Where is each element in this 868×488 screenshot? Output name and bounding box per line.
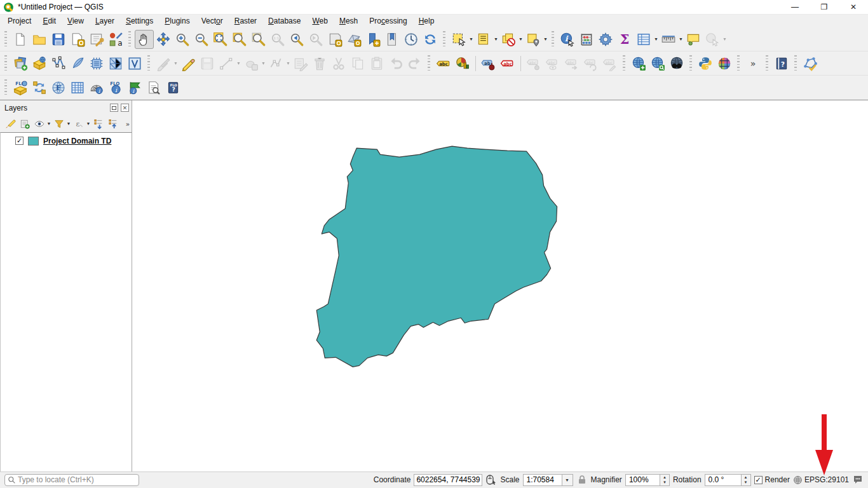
crs-status[interactable]: EPSG:29101 [793,475,849,485]
show-layout-manager-button[interactable] [87,30,106,49]
new-shapefile-layer-button[interactable] [49,54,68,73]
panel-close-button[interactable]: ✕ [121,104,129,112]
flo2d-tables-button[interactable] [68,78,87,97]
identify-features-button[interactable]: i [558,30,577,49]
measure-line-button[interactable] [659,30,678,49]
zoom-full-button[interactable] [211,30,230,49]
menu-raster[interactable]: Raster [229,15,262,27]
messages-icon[interactable] [852,474,864,485]
scale-dropdown-button[interactable]: ▼ [562,474,573,486]
flo2d-info-tool-button[interactable]: FLOi [106,78,125,97]
new-map-view-button[interactable] [325,30,344,49]
lock-scale-icon[interactable] [576,474,588,485]
rotation-up-button[interactable]: ▲ [742,475,750,480]
zoom-to-selection-button[interactable] [230,30,249,49]
coordinate-input[interactable] [414,475,482,484]
rotation-input[interactable] [709,475,741,484]
open-attribute-table-dropdown[interactable]: ▼ [653,30,659,49]
rotation-spinner[interactable]: ▲▼ [705,474,751,486]
filter-by-expression-dropdown[interactable]: ▼ [86,114,91,133]
magnifier-up-button[interactable]: ▲ [660,475,669,480]
new-spatial-bookmark-button[interactable] [363,30,383,49]
new-temporary-scratch-layer-button[interactable] [87,54,106,73]
toolbar-grip[interactable] [737,55,740,72]
toolbar-grip[interactable] [689,55,692,72]
toolbar-grip[interactable] [766,55,768,72]
select-by-location-dropdown[interactable]: ▼ [543,30,548,49]
toggle-editing-button[interactable] [179,54,198,73]
zoom-in-button[interactable] [173,30,192,49]
toolbar-grip[interactable] [4,79,7,96]
highlight-pinned-labels-button[interactable]: abc [498,54,517,73]
toolbar-grip[interactable] [128,31,131,48]
zoom-to-layer-button[interactable] [249,30,268,49]
layer-label[interactable]: Project Domain TD [43,137,111,146]
search-layers-button[interactable] [667,54,686,73]
layer-diagram-options-button[interactable] [453,54,472,73]
project-domain-polygon[interactable] [316,146,557,367]
data-source-manager-button[interactable] [11,54,30,73]
restore-button[interactable]: ❐ [810,0,839,14]
menu-help[interactable]: Help [413,15,440,27]
osm-place-search-button[interactable] [715,54,734,73]
help-contents-button[interactable]: ? [772,54,791,73]
select-features-by-value-dropdown[interactable]: ▼ [493,30,499,49]
save-project-button[interactable] [49,30,68,49]
processing-toolbox-button[interactable] [596,30,615,49]
toolbar-grip[interactable] [443,31,445,48]
extents-toggle-icon[interactable] [485,474,497,485]
deselect-features-button[interactable] [499,30,518,49]
statistical-summary-button[interactable]: Σ [615,30,634,49]
menu-database[interactable]: Database [262,15,306,27]
menu-web[interactable]: Web [306,15,333,27]
select-features-dropdown[interactable]: ▼ [468,30,474,49]
metasearch-search-button[interactable] [648,54,667,73]
measure-line-dropdown[interactable]: ▼ [678,30,684,49]
temporal-controller-button[interactable] [402,30,421,49]
toolbar-grip[interactable] [794,55,797,72]
style-manager-button[interactable]: a [106,30,125,49]
flo2d-import-export-button[interactable] [30,78,49,97]
toolbar-grip[interactable] [552,31,554,48]
show-spatial-bookmarks-button[interactable] [383,30,402,49]
flo2d-run-flags-button[interactable]: i [125,78,144,97]
metasearch-add-service-button[interactable] [629,54,648,73]
menu-processing[interactable]: Processing [363,15,412,27]
map-canvas[interactable] [132,100,868,471]
manage-map-themes-dropdown[interactable]: ▼ [46,114,51,133]
new-geopackage-layer-button[interactable] [30,54,49,73]
map-tips-button[interactable] [684,30,703,49]
flo2d-schematic-info-button[interactable]: i [87,78,106,97]
coordinate-field[interactable] [414,474,482,486]
toolbar-grip[interactable] [623,55,625,72]
toolbar-grip[interactable] [147,55,150,72]
pan-map-button[interactable] [135,30,154,49]
new-print-layout-button[interactable] [68,30,87,49]
magnifier-down-button[interactable]: ▼ [660,480,669,485]
magnifier-spinner[interactable]: ▲▼ [625,474,670,486]
flo2d-report-button[interactable] [144,78,163,97]
pan-to-selection-button[interactable] [154,30,173,49]
new-virtual-layer-button[interactable] [125,54,144,73]
layer-visibility-checkbox[interactable]: ✓ [15,137,24,145]
menu-mesh[interactable]: Mesh [334,15,363,27]
minimize-button[interactable]: — [780,0,810,14]
panel-float-button[interactable] [110,104,118,112]
scale-input[interactable] [527,475,562,484]
locate-input[interactable] [18,475,136,484]
open-layer-styling-button[interactable] [3,116,17,131]
rotation-down-button[interactable]: ▼ [742,480,750,485]
collapse-all-button[interactable] [105,116,120,131]
menu-edit[interactable]: Edit [37,15,62,27]
menu-plugins[interactable]: Plugins [159,15,195,27]
field-calculator-button[interactable] [577,30,596,49]
toolbar-grip[interactable] [4,55,7,72]
toolbar-grip[interactable] [428,55,430,72]
menu-layer[interactable]: Layer [90,15,120,27]
locate-bar[interactable] [4,474,139,486]
filter-legend-button[interactable] [51,116,66,131]
select-features-button[interactable] [449,30,468,49]
deselect-features-dropdown[interactable]: ▼ [518,30,524,49]
filter-legend-dropdown[interactable]: ▼ [66,114,71,133]
open-project-button[interactable] [30,30,49,49]
